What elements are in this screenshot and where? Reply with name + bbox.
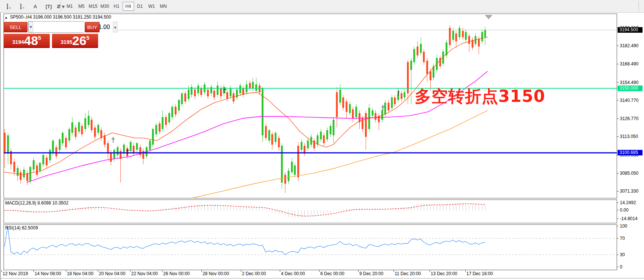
- text-label-icon[interactable]: A: [30, 1, 41, 11]
- macd-indicator-label: MACD(12,26,9) 8.6098 10.3502: [5, 200, 68, 206]
- toolbar: ┇E┇FA[T]⇵ ▾M1M5M15M30H1H4D1W1MN: [0, 0, 644, 13]
- one-click-trade-panel: SELL ▼ ▲ BUY 3194 48 5 3195 26 5: [4, 21, 100, 49]
- time-axis-label: 17 Dec 16:00: [466, 271, 493, 276]
- price-axis-tick: 3182.490: [620, 43, 638, 48]
- sell-price-big: 48: [24, 35, 38, 46]
- price-axis-tick: 3071.330: [620, 189, 638, 194]
- timeframe-button-w1[interactable]: W1: [146, 2, 158, 11]
- time-axis-label: 26 Nov 00:00: [163, 271, 190, 276]
- volume-box: ▼ ▲: [28, 21, 84, 33]
- timeframe-button-mn[interactable]: MN: [158, 2, 169, 11]
- timeframe-button-h1[interactable]: H1: [111, 2, 122, 11]
- timeframe-button-m15[interactable]: M15: [87, 2, 99, 11]
- time-axis-label: 4 Dec 00:00: [281, 271, 305, 276]
- buy-price-sup: 5: [86, 35, 89, 41]
- timeframe-button-h4[interactable]: H4: [123, 2, 134, 11]
- grid-template-icon[interactable]: ┇F: [16, 1, 27, 11]
- price-marker-green-level: 3150.000: [618, 86, 643, 91]
- price-axis-tick: 3085.050: [620, 171, 638, 176]
- time-axis-label: 28 Nov 00:00: [203, 271, 229, 276]
- time-axis-label: 6 Dec 00:00: [320, 271, 344, 276]
- buy-price-big: 26: [72, 35, 86, 46]
- price-axis-tick: 3126.770: [620, 116, 638, 121]
- buy-price-prefix: 3195: [61, 39, 72, 45]
- time-axis-label: 9 Dec 20:00: [359, 271, 384, 276]
- volume-increase-icon[interactable]: ▲: [113, 22, 117, 32]
- time-axis-label: 13 Dec 20:00: [431, 271, 457, 276]
- price-axis-tick: 3154.490: [620, 80, 638, 85]
- chart-annotation-text: 多空转折点3150: [415, 86, 545, 107]
- time-axis-label: 22 Nov 04:00: [131, 271, 158, 276]
- buy-button[interactable]: BUY: [85, 22, 100, 32]
- indicator-candles-icon[interactable]: ┇E: [3, 1, 14, 11]
- price-marker-blue-level: 3100.685: [618, 150, 643, 155]
- rsi-indicator-label: RSI(14) 62.5009: [5, 225, 38, 231]
- timeframe-button-m5[interactable]: M5: [76, 2, 87, 11]
- rsi-scale-label: 30: [620, 252, 625, 257]
- time-axis-label: 12 Nov 2019: [3, 271, 28, 276]
- time-axis-label: 14 Nov 08:00: [35, 271, 61, 276]
- buy-price-display[interactable]: 3195 26 5: [52, 34, 98, 48]
- macd-scale-label: 0.00: [620, 207, 628, 213]
- time-axis-label: 11 Dec 20:00: [395, 271, 421, 276]
- rsi-scale-label: 70: [620, 236, 625, 241]
- timeframe-button-d1[interactable]: D1: [134, 2, 146, 11]
- time-axis-label: 2 Dec 00:00: [242, 271, 266, 276]
- price-marker-last-price: 3194.500: [618, 27, 643, 33]
- time-axis-label: 20 Nov 04:00: [99, 271, 125, 276]
- price-axis-tick: 3168.490: [620, 61, 638, 67]
- timeframe-button-m1[interactable]: M1: [64, 2, 75, 11]
- volume-input[interactable]: [33, 22, 113, 32]
- rsi-scale-label: 100: [620, 223, 627, 229]
- sell-price-sup: 5: [38, 35, 41, 41]
- sell-price-display[interactable]: 3194 48 5: [4, 34, 50, 48]
- volume-decrease-icon[interactable]: ▼: [29, 22, 33, 32]
- text-box-icon[interactable]: [T]: [43, 1, 54, 11]
- chart-title: ▲SP500-,H4 3196.000 3196.500 3191.250 31…: [4, 15, 111, 20]
- price-axis-tick: 3140.770: [620, 98, 638, 103]
- price-chart-canvas[interactable]: [1, 13, 644, 280]
- symbol-ohlc-label: SP500-,H4 3196.000 3196.500 3191.250 319…: [10, 15, 111, 20]
- collapse-trade-panel-icon[interactable]: ▲: [4, 16, 8, 19]
- macd-scale-label: -14.8014: [620, 216, 637, 221]
- toolbar-separator-right: [638, 1, 639, 11]
- rsi-scale-label: 0: [620, 264, 622, 270]
- chart-window[interactable]: ▲SP500-,H4 3196.000 3196.500 3191.250 31…: [0, 13, 644, 280]
- sell-button[interactable]: SELL: [4, 22, 27, 32]
- macd-scale-label: 14.2492: [620, 200, 636, 205]
- timeframe-button-m30[interactable]: M30: [99, 2, 111, 11]
- sell-price-prefix: 3194: [12, 39, 24, 45]
- time-axis-label: 18 Nov 04:00: [67, 271, 93, 276]
- trading-terminal: ┇E┇FA[T]⇵ ▾M1M5M15M30H1H4D1W1MN ▲SP500-,…: [0, 0, 644, 280]
- price-axis-tick: 3113.050: [620, 134, 638, 139]
